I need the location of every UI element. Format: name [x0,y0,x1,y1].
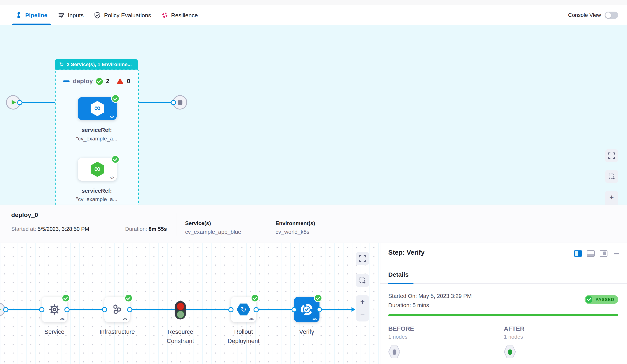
tab-policy-evaluations[interactable]: Policy Evaluations [89,5,156,25]
port [102,307,107,312]
success-count-icon [96,78,103,85]
success-badge [314,294,322,302]
status-badge: PASSED [585,295,618,304]
step-label-rollout-deployment: Rollout Deployment [219,327,268,346]
tab-pipeline-label: Pipeline [25,12,48,18]
progress-bar [388,314,618,316]
minimize-panel-icon[interactable] [614,253,619,254]
started-on: Started On: May 5, 2023 3:29 PM [388,293,472,299]
inputs-icon [58,12,64,18]
stage-summary-bar: deploy_0 Started at: 5/5/2023, 3:28:50 P… [0,205,627,243]
environments-value: cv_world_k8s [275,229,309,235]
stage-tag-label: 2 Service(s), 1 Environme... [67,61,132,67]
stage-services-tag[interactable]: ↻ 2 Service(s), 1 Environme... [55,59,138,70]
console-view-toggle[interactable] [605,11,618,19]
step-node-service[interactable]: </> [42,297,67,322]
before-node-hexagon[interactable] [388,345,400,358]
tab-resilience[interactable]: Resilience [156,5,203,25]
end-port [171,100,176,105]
panel-title: Step: Verify [388,249,425,256]
service-node-green[interactable]: ∞ </> [78,158,117,181]
code-glyph: </> [110,115,114,119]
after-node-count: 1 nodes [504,334,523,340]
traffic-green-light [177,311,184,318]
stop-icon [178,100,182,104]
stage-header-row: deploy 2 ! 0 [55,77,138,85]
code-glyph: </> [313,317,317,321]
warning-icon: ! [116,78,124,84]
shield-check-icon [94,11,101,19]
before-heading: BEFORE [388,325,414,332]
code-glyph: </> [123,317,127,321]
layout-bottom-panel-icon[interactable] [587,250,595,257]
service-hexagon-icon: ∞ [91,162,104,177]
stage-graph-canvas[interactable]: ↻ 2 Service(s), 1 Environme... deploy 2 … [0,25,627,205]
bottom-split: </> Service </> Infrastructure [0,243,627,364]
pipeline-icon [15,11,22,19]
services-value: cv_example_app_blue [185,229,241,235]
edge [186,309,231,310]
step-node-resource-constraint[interactable] [175,301,186,319]
zoom-in-button[interactable]: + [356,295,369,308]
after-heading: AFTER [504,325,524,332]
edge-stage-to-end [139,102,173,103]
success-badge [251,294,259,302]
zoom-in-button[interactable]: + [605,191,618,204]
divider [113,77,113,85]
collapse-icon[interactable] [63,81,70,82]
success-badge [111,155,119,163]
step-node-infrastructure[interactable]: </> [104,297,130,322]
play-icon [12,100,16,105]
port [127,307,132,312]
code-glyph: </> [249,317,254,321]
step-label-infrastructure: Infrastructure [92,327,142,336]
edge [67,309,104,310]
edge [130,309,175,310]
hexagons-icon [111,303,123,315]
step-details-panel: Step: Verify Details Started On: May 5, … [380,243,627,364]
toggle-knob [605,12,611,18]
tab-policy-evaluations-label: Policy Evaluations [104,12,151,18]
stage-name: deploy [73,78,93,85]
tab-inputs-label: Inputs [68,12,84,18]
success-count: 2 [106,78,110,85]
loop-icon: ↻ [59,61,64,67]
service-ref-label: serviceRef: "cv_example_a... [55,127,138,142]
traffic-red-light [177,303,184,310]
step-node-verify[interactable]: </> [294,297,319,322]
port [3,307,8,312]
code-glyph: </> [60,317,64,321]
service-ref-label: serviceRef: "cv_example_a... [55,187,138,202]
divider [380,283,627,284]
step-label-resource-constraint: Resource Constraint [156,327,205,346]
tab-bar: Pipeline Inputs Policy Evaluations Resil… [0,5,627,25]
execution-graph-canvas[interactable]: </> Service </> Infrastructure [0,243,380,364]
marquee-select-button[interactable] [356,274,369,287]
edge [257,309,294,310]
step-node-rollout-deployment[interactable]: ↻ </> [231,297,257,322]
marquee-select-button[interactable] [605,170,618,183]
start-port [17,100,23,105]
after-node-hexagon[interactable] [504,345,516,358]
console-view: Console View [568,5,627,25]
before-node-count: 1 nodes [388,334,408,340]
port [291,307,297,312]
fullscreen-button[interactable] [356,252,369,265]
chaos-resilience-icon [161,12,168,18]
zoom-out-button[interactable]: − [356,308,369,321]
tab-inputs[interactable]: Inputs [53,5,89,25]
services-heading: Service(s) [185,220,211,226]
stage-deploy-box[interactable]: deploy 2 ! 0 ∞ </> serviceRef: "cv_examp… [55,69,139,205]
started-at: Started at: 5/5/2023, 3:28:50 PM [11,226,89,232]
edge-start-to-stage [21,102,55,103]
layout-right-panel-icon[interactable] [574,250,582,257]
edge [6,309,42,310]
layout-floating-panel-icon[interactable] [600,250,608,257]
service-node-blue[interactable]: ∞ </> [78,97,117,120]
tab-details[interactable]: Details [388,271,409,278]
duration: Duration: 8m 55s [125,226,167,232]
tab-pipeline[interactable]: Pipeline [10,5,53,25]
environments-heading: Environment(s) [275,220,315,226]
tab-active-underline [388,283,414,284]
fullscreen-button[interactable] [605,149,618,162]
